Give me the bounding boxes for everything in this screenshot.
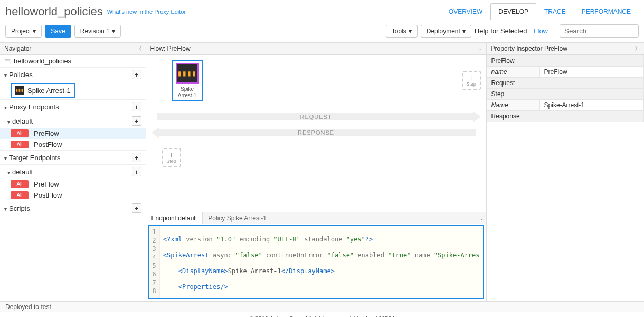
help-flow-link[interactable]: Flow <box>534 27 548 35</box>
add-script-button[interactable]: + <box>132 203 141 213</box>
all-badge: All <box>11 141 29 148</box>
nav-root[interactable]: ▤helloworld_policies <box>0 55 146 67</box>
add-proxy-endpoint-button[interactable]: + <box>132 102 141 111</box>
whats-new-link[interactable]: What's new in the Proxy Editor <box>107 8 186 15</box>
code-editor[interactable]: 12345678 <?xml version="1.0" encoding="U… <box>148 225 484 299</box>
expand-icon[interactable]: 》 <box>635 45 640 52</box>
nav-target-postflow[interactable]: AllPostFlow <box>0 190 146 201</box>
nav-proxy-default[interactable]: default+ <box>0 114 146 128</box>
insp-name-label: name <box>487 67 539 78</box>
inspector-header: Property Inspector PreFlow》 <box>487 42 644 55</box>
revision-button[interactable]: Revision 1▾ <box>74 25 121 38</box>
all-badge: All <box>11 191 29 199</box>
page-title: helloworld_policies <box>5 5 103 18</box>
flow-canvas: Spike Arrest-1 +Step REQUEST RESPONSE +S… <box>146 55 486 212</box>
insp-name-value[interactable]: PreFlow <box>539 67 643 78</box>
navigator-panel: Navigator 《 ▤helloworld_policies Policie… <box>0 42 146 301</box>
insp-step-name-label: Name <box>487 100 539 111</box>
inspector-title: Property Inspector PreFlow <box>491 45 567 52</box>
copyright: © 2016 Apigee Corp. All rights reserved.… <box>0 312 644 317</box>
insp-step-header: Step <box>487 89 643 100</box>
save-button[interactable]: Save <box>45 25 71 38</box>
code-tab-policy[interactable]: Policy Spike Arrest-1 <box>203 212 272 224</box>
add-step-button[interactable]: +Step <box>162 148 181 167</box>
tab-overview[interactable]: OVERVIEW <box>441 3 490 20</box>
tab-performance[interactable]: PERFORMANCE <box>574 3 639 20</box>
status-bar: Deployed to test <box>0 301 644 312</box>
code-gutter: 12345678 <box>149 226 160 298</box>
insp-request-header: Request <box>487 78 643 89</box>
nav-proxy-endpoints[interactable]: Proxy Endpoints+ <box>0 99 146 114</box>
file-icon: ▤ <box>4 57 11 65</box>
nav-target-default[interactable]: default+ <box>0 164 146 179</box>
search-input[interactable] <box>560 24 639 38</box>
toolbar: Project▾ Save Revision 1▾ Tools▾ Deploym… <box>0 20 644 42</box>
main-tabs: OVERVIEW DEVELOP TRACE PERFORMANCE <box>441 3 639 20</box>
chevron-down-icon: ▾ <box>112 27 115 35</box>
chevron-down-icon <box>4 154 9 162</box>
code-tabs: Endpoint default Policy Spike Arrest-1 ⌄ <box>146 212 486 224</box>
flow-step-spike-arrest[interactable]: Spike Arrest-1 <box>172 60 203 101</box>
add-step-button[interactable]: +Step <box>462 71 481 90</box>
inspector-table: PreFlow namePreFlow Request Step NameSpi… <box>487 55 644 122</box>
add-policy-button[interactable]: + <box>132 70 141 79</box>
chevron-down-icon <box>4 71 9 79</box>
plus-icon: + <box>469 74 473 81</box>
navigator-header: Navigator 《 <box>0 42 146 55</box>
chevron-down-icon <box>4 103 9 111</box>
project-button[interactable]: Project▾ <box>5 25 42 38</box>
policy-spike-arrest[interactable]: Spike Arrest-1 <box>11 83 75 98</box>
property-inspector: Property Inspector PreFlow》 PreFlow name… <box>487 42 644 301</box>
chevron-down-icon <box>4 204 9 212</box>
code-tab-endpoint[interactable]: Endpoint default <box>146 212 203 224</box>
collapse-icon[interactable]: 《 <box>137 45 141 52</box>
insp-response-header: Response <box>487 111 643 122</box>
nav-proxy-postflow[interactable]: AllPostFlow <box>0 139 146 150</box>
add-target-endpoint-button[interactable]: + <box>132 153 141 162</box>
tab-trace[interactable]: TRACE <box>536 3 574 20</box>
flow-step-label: Spike Arrest-1 <box>174 86 201 99</box>
nav-scripts[interactable]: Scripts+ <box>0 201 146 215</box>
all-badge: All <box>11 129 29 137</box>
tools-button[interactable]: Tools▾ <box>386 25 418 38</box>
chevron-down-icon: ▾ <box>409 27 412 35</box>
response-arrow: RESPONSE <box>157 129 476 136</box>
chevron-down-icon: ▾ <box>462 27 466 35</box>
chevron-down-icon <box>7 168 12 176</box>
nav-target-endpoints[interactable]: Target Endpoints+ <box>0 150 146 164</box>
nav-target-preflow[interactable]: AllPreFlow <box>0 179 146 190</box>
chevron-down-icon: ▾ <box>33 27 36 35</box>
request-arrow: REQUEST <box>157 113 476 120</box>
nav-proxy-preflow[interactable]: AllPreFlow <box>0 128 146 139</box>
deployment-button[interactable]: Deployment▾ <box>421 25 471 38</box>
spike-arrest-icon <box>176 63 199 84</box>
chevron-down-icon <box>7 117 12 125</box>
header: helloworld_policies What's new in the Pr… <box>0 0 644 20</box>
tab-develop[interactable]: DEVELOP <box>490 3 536 20</box>
help-label: Help for Selected <box>475 27 527 35</box>
code-content: <?xml version="1.0" encoding="UTF-8" sta… <box>160 226 483 298</box>
flow-title: Flow: PreFlow <box>150 45 191 52</box>
plus-icon: + <box>169 151 173 158</box>
flow-header: Flow: PreFlow⌄ <box>146 42 486 55</box>
add-target-flow-button[interactable]: + <box>132 167 141 176</box>
navigator-title: Navigator <box>4 45 31 52</box>
add-flow-button[interactable]: + <box>132 116 141 126</box>
expand-icon[interactable]: ⌄ <box>478 46 482 51</box>
expand-icon[interactable]: ⌄ <box>480 216 484 221</box>
nav-policies[interactable]: Policies+ <box>0 67 146 81</box>
insp-preflow-header: PreFlow <box>487 55 643 67</box>
insp-step-name-value[interactable]: Spike-Arrest-1 <box>539 100 643 111</box>
all-badge: All <box>11 180 29 188</box>
center-panel: Flow: PreFlow⌄ Spike Arrest-1 +Step REQU… <box>146 42 487 301</box>
spike-arrest-icon <box>15 86 24 95</box>
